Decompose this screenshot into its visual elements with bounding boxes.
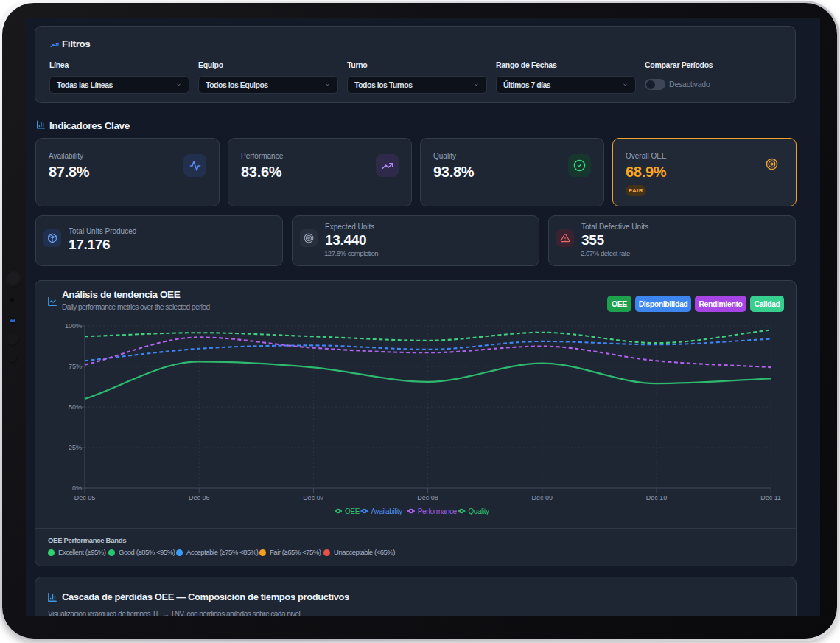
svg-text:Dec 10: Dec 10 <box>646 494 668 501</box>
svg-text:Quality: Quality <box>468 507 489 515</box>
svg-text:Availability: Availability <box>371 507 403 515</box>
svg-text:Dec 08: Dec 08 <box>417 494 438 501</box>
svg-text:100%: 100% <box>65 322 82 330</box>
svg-text:Dec 07: Dec 07 <box>303 494 324 501</box>
svg-text:Dec 11: Dec 11 <box>760 494 781 501</box>
svg-text:OEE: OEE <box>345 507 360 515</box>
svg-text:0%: 0% <box>72 484 82 492</box>
svg-text:Performance: Performance <box>418 507 458 515</box>
svg-text:Dec 06: Dec 06 <box>189 494 210 501</box>
svg-text:75%: 75% <box>69 363 82 370</box>
svg-text:Dec 05: Dec 05 <box>74 494 96 501</box>
svg-text:50%: 50% <box>69 403 82 411</box>
svg-text:Dec 09: Dec 09 <box>532 494 553 501</box>
svg-text:25%: 25% <box>69 444 82 451</box>
